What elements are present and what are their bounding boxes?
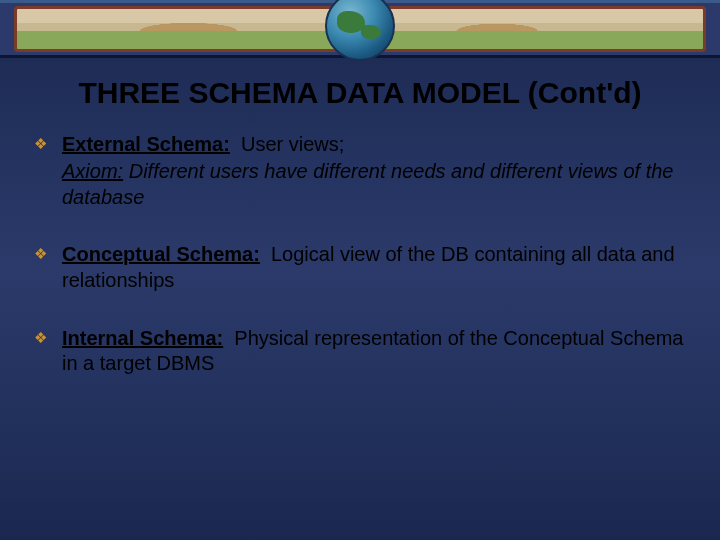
bullet-external-schema: External Schema: User views; Axiom: Diff… <box>34 132 686 211</box>
axiom-lead: Axiom: <box>62 160 123 182</box>
bullet-label: Conceptual Schema: <box>62 243 260 265</box>
bullet-label: Internal Schema: <box>62 327 223 349</box>
axiom-line: Axiom: Different users have different ne… <box>62 159 686 210</box>
bullet-text: User views; <box>241 133 344 155</box>
bullet-label: External Schema: <box>62 133 230 155</box>
slide-content: THREE SCHEMA DATA MODEL (Cont'd) Externa… <box>0 58 720 377</box>
bullet-list: External Schema: User views; Axiom: Diff… <box>28 132 692 377</box>
bullet-internal-schema: Internal Schema: Physical representation… <box>34 326 686 377</box>
bullet-conceptual-schema: Conceptual Schema: Logical view of the D… <box>34 242 686 293</box>
header-decoration <box>0 0 720 58</box>
slide-title: THREE SCHEMA DATA MODEL (Cont'd) <box>28 76 692 110</box>
